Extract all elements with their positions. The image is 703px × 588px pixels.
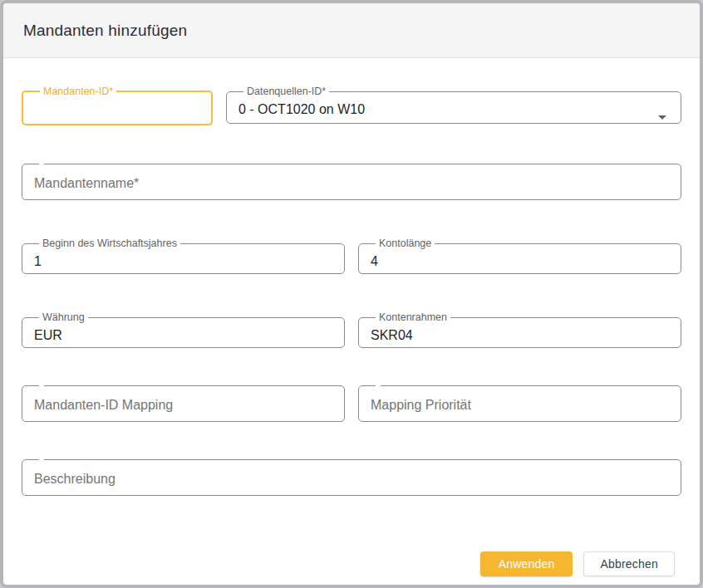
row-description bbox=[22, 459, 681, 496]
mandanten-id-mapping-field[interactable] bbox=[22, 385, 345, 422]
datenquellen-id-label: Datenquellen-ID* bbox=[243, 86, 329, 97]
wirtschaftsjahr-label: Beginn des Wirtschaftsjahres bbox=[39, 238, 180, 249]
row-currency-chart: Währung Kontenrahmen bbox=[22, 311, 681, 348]
mapping-prioritaet-field[interactable] bbox=[358, 385, 681, 422]
add-client-dialog: Mandanten hinzufügen Mandanten-ID* Daten… bbox=[0, 0, 703, 588]
waehrung-field[interactable]: Währung bbox=[22, 311, 345, 348]
caret-down-icon bbox=[658, 115, 666, 120]
kontolaenge-field[interactable]: Kontolänge bbox=[358, 238, 681, 274]
kontenrahmen-input[interactable] bbox=[371, 326, 669, 345]
waehrung-label: Währung bbox=[39, 311, 88, 323]
kontolaenge-input[interactable] bbox=[371, 252, 669, 271]
kontolaenge-label: Kontolänge bbox=[376, 238, 435, 249]
datenquellen-id-select[interactable]: Datenquellen-ID* 0 - OCT1020 on W10 bbox=[226, 86, 681, 124]
row-fiscalyear-accountlength: Beginn des Wirtschaftsjahres Kontolänge bbox=[22, 238, 681, 274]
row-name bbox=[22, 164, 681, 200]
kontenrahmen-field[interactable]: Kontenrahmen bbox=[358, 311, 681, 348]
wirtschaftsjahr-field[interactable]: Beginn des Wirtschaftsjahres bbox=[22, 238, 345, 274]
wirtschaftsjahr-input[interactable] bbox=[34, 252, 332, 271]
row-id-source: Mandanten-ID* Datenquellen-ID* 0 - OCT10… bbox=[22, 86, 681, 125]
cancel-button[interactable]: Abbrechen bbox=[583, 551, 675, 576]
mandanten-id-mapping-input[interactable] bbox=[34, 396, 332, 414]
dialog-title: Mandanten hinzufügen bbox=[23, 22, 187, 40]
mandantenname-input[interactable] bbox=[34, 174, 669, 193]
beschreibung-input[interactable] bbox=[34, 470, 669, 488]
dialog-actions: Anwenden Abbrechen bbox=[22, 551, 681, 576]
datenquellen-id-selected-value: 0 - OCT1020 on W10 bbox=[238, 100, 669, 119]
mandanten-id-field[interactable]: Mandanten-ID* bbox=[22, 86, 213, 125]
waehrung-input[interactable] bbox=[34, 326, 332, 345]
mandanten-id-input[interactable] bbox=[35, 100, 199, 119]
beschreibung-field[interactable] bbox=[22, 459, 681, 496]
kontenrahmen-label: Kontenrahmen bbox=[376, 311, 450, 323]
mandanten-id-label: Mandanten-ID* bbox=[40, 86, 116, 97]
mapping-prioritaet-input[interactable] bbox=[371, 396, 669, 414]
dialog-header: Mandanten hinzufügen bbox=[3, 3, 700, 58]
apply-button[interactable]: Anwenden bbox=[480, 551, 573, 576]
dialog-form: Mandanten-ID* Datenquellen-ID* 0 - OCT10… bbox=[3, 58, 700, 576]
row-mapping bbox=[22, 385, 681, 422]
mandantenname-field[interactable] bbox=[22, 164, 681, 200]
